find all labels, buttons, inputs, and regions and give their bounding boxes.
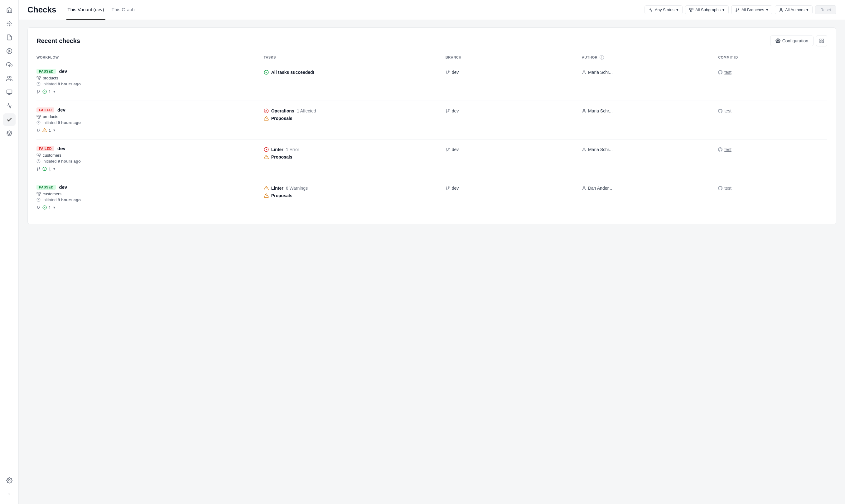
workflow-checks: 1 ▾ xyxy=(36,205,264,210)
commit-link[interactable]: test xyxy=(718,147,827,152)
tab-this-graph[interactable]: This Graph xyxy=(110,0,136,20)
layout-button[interactable] xyxy=(816,35,827,47)
tasks-cell: Linter 1 ErrorProposals xyxy=(264,146,446,160)
sidebar-icon-activity[interactable] xyxy=(3,100,16,112)
sidebar-icon-monitor[interactable] xyxy=(3,86,16,98)
table-row[interactable]: PASSED dev products Initiated 8 hours ag… xyxy=(36,62,827,101)
svg-point-8 xyxy=(8,480,10,481)
svg-rect-20 xyxy=(822,41,824,43)
task-item: Linter 1 Error xyxy=(264,147,446,152)
branch-small-icon xyxy=(446,147,450,152)
commit-link[interactable]: test xyxy=(718,186,827,191)
clock-icon xyxy=(36,159,40,163)
svg-point-68 xyxy=(583,148,585,149)
success-icon xyxy=(264,70,269,75)
warning-icon xyxy=(264,155,269,160)
sidebar-icon-settings[interactable] xyxy=(3,474,16,487)
commit-link[interactable]: test xyxy=(718,70,827,75)
workflow-time: Initiated 9 hours ago xyxy=(36,120,264,125)
commit-link[interactable]: test xyxy=(718,108,827,113)
sidebar-icon-asterisk[interactable] xyxy=(3,17,16,30)
svg-point-0 xyxy=(9,23,10,24)
svg-rect-54 xyxy=(38,156,40,157)
svg-point-58 xyxy=(37,169,38,170)
workflow-subgraph: customers xyxy=(36,192,264,196)
page-title: Checks xyxy=(28,5,56,15)
svg-point-49 xyxy=(448,109,449,111)
author-info-icon: i xyxy=(600,55,604,59)
sidebar-icon-rocket2[interactable] xyxy=(3,127,16,140)
author-small-icon xyxy=(582,109,586,113)
svg-rect-11 xyxy=(691,10,692,12)
workflow-time: Initiated 8 hours ago xyxy=(36,82,264,86)
expand-button[interactable]: ▾ xyxy=(53,127,56,133)
branch-icon xyxy=(735,8,740,12)
expand-button[interactable]: ▾ xyxy=(53,89,56,94)
tab-this-variant[interactable]: This Variant (dev) xyxy=(66,0,105,20)
svg-rect-23 xyxy=(38,78,40,80)
filter-authors[interactable]: All Authors ▾ xyxy=(775,5,813,14)
workflow-cell: FAILED dev products Initiated 9 hours ag… xyxy=(36,107,264,133)
branch-cell: dev xyxy=(446,184,582,191)
branch-cell: dev xyxy=(446,107,582,113)
sidebar-icon-checks[interactable] xyxy=(3,113,16,126)
table-row[interactable]: FAILED dev customers Initiated 9 hours a… xyxy=(36,140,827,178)
task-item: Linter 6 Warnings xyxy=(264,186,446,191)
svg-marker-2 xyxy=(9,50,10,52)
configuration-button[interactable]: Configuration xyxy=(770,36,813,46)
check-warning-icon xyxy=(42,128,47,132)
workflow-branch-icon xyxy=(36,205,40,210)
sidebar-icon-upload[interactable] xyxy=(3,58,16,71)
clock-icon xyxy=(36,82,40,86)
workflow-subgraph: customers xyxy=(36,153,264,158)
status-badge: PASSED xyxy=(36,185,56,190)
filter-subgraphs[interactable]: All Subgraphs ▾ xyxy=(685,5,729,14)
table-row[interactable]: PASSED dev customers Initiated 9 hours a… xyxy=(36,178,827,216)
expand-button[interactable]: ▾ xyxy=(53,166,56,172)
branch-small-icon xyxy=(446,109,450,113)
svg-point-39 xyxy=(39,129,40,130)
task-item: Proposals xyxy=(264,155,446,160)
sidebar-icon-play[interactable] xyxy=(3,45,16,57)
svg-point-31 xyxy=(448,71,449,72)
error-icon xyxy=(264,108,269,113)
svg-rect-70 xyxy=(39,192,40,194)
sidebar-icon-rocket[interactable] xyxy=(3,4,16,16)
check-success-icon xyxy=(42,167,47,171)
svg-rect-53 xyxy=(39,154,40,155)
reset-button[interactable]: Reset xyxy=(815,5,836,14)
workflow-cell: FAILED dev customers Initiated 9 hours a… xyxy=(36,146,264,172)
workflow-name: dev xyxy=(59,184,67,190)
filter-branches[interactable]: All Branches ▾ xyxy=(731,5,772,14)
sidebar-icon-people[interactable] xyxy=(3,72,16,85)
filter-status[interactable]: Any Status ▾ xyxy=(644,5,683,14)
svg-point-32 xyxy=(446,73,447,74)
workflow-checks: 1 ▾ xyxy=(36,89,264,94)
sidebar-icon-document[interactable] xyxy=(3,31,16,43)
workflow-cell: PASSED dev customers Initiated 9 hours a… xyxy=(36,184,264,210)
workflow-subgraph: products xyxy=(36,76,264,80)
svg-rect-35 xyxy=(39,115,40,116)
branch-cell: dev xyxy=(446,146,582,152)
svg-rect-36 xyxy=(38,117,40,119)
col-commit: COMMIT ID xyxy=(718,55,827,59)
task-item: Proposals xyxy=(264,116,446,121)
github-icon xyxy=(718,147,722,152)
svg-point-16 xyxy=(777,40,779,41)
table-row[interactable]: FAILED dev products Initiated 9 hours ag… xyxy=(36,101,827,140)
github-icon xyxy=(718,186,722,190)
svg-rect-17 xyxy=(820,39,821,40)
table-header: WORKFLOW TASKS BRANCH AUTHOR i COMMIT ID xyxy=(36,53,827,62)
svg-point-27 xyxy=(37,92,38,93)
branch-small-icon xyxy=(446,70,450,74)
task-item: Proposals xyxy=(264,193,446,198)
svg-rect-10 xyxy=(692,8,693,10)
svg-rect-9 xyxy=(689,8,691,10)
svg-point-15 xyxy=(780,8,782,10)
svg-rect-18 xyxy=(822,39,824,40)
col-workflow: WORKFLOW xyxy=(36,55,264,59)
expand-button[interactable]: ▾ xyxy=(53,205,56,210)
svg-rect-34 xyxy=(37,115,38,116)
sidebar-expand[interactable]: » xyxy=(3,488,16,500)
warning-icon xyxy=(264,116,269,121)
